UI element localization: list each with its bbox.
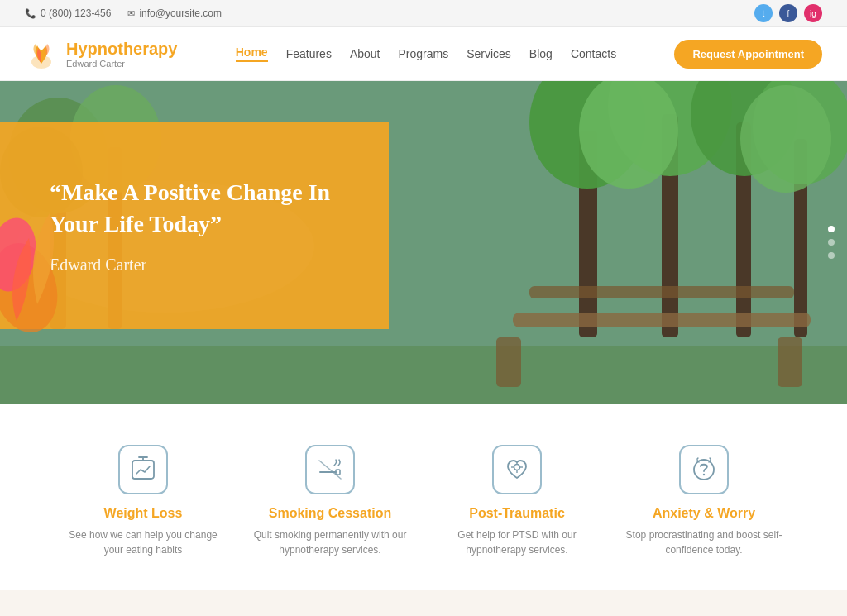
hero-section: “Make A Positive Change In Your Life Tod… xyxy=(0,81,847,404)
svg-rect-20 xyxy=(529,286,794,298)
svg-point-31 xyxy=(514,465,520,470)
nav-programs[interactable]: Programs xyxy=(398,47,448,60)
service-weight-loss-desc: See how we can help you change your eati… xyxy=(60,528,226,557)
svg-point-37 xyxy=(703,474,705,475)
email-address: info@yoursite.com xyxy=(139,7,222,19)
phone-number: 0 (800) 123-456 xyxy=(41,7,111,19)
svg-point-17 xyxy=(740,85,831,193)
instagram-icon[interactable]: ig xyxy=(804,4,822,22)
phone-contact: 0 (800) 123-456 xyxy=(25,7,111,19)
logo[interactable]: Hypnotherapy Edward Carter xyxy=(25,37,177,70)
facebook-icon[interactable]: f xyxy=(779,4,797,22)
logo-icon xyxy=(25,37,58,70)
service-anxiety: Anxiety & Worry Stop procrastinating and… xyxy=(621,445,787,557)
nav-about[interactable]: About xyxy=(350,47,380,60)
top-bar: 0 (800) 123-456 info@yoursite.com t f ig xyxy=(0,0,847,27)
services-section: Weight Loss See how we can help you chan… xyxy=(0,404,847,590)
nav-features[interactable]: Features xyxy=(286,47,332,60)
nav-contacts[interactable]: Contacts xyxy=(571,47,616,60)
main-nav: Home Features About Programs Services Bl… xyxy=(236,45,616,62)
service-ptsd-title: Post-Traumatic xyxy=(469,506,565,521)
ptsd-icon xyxy=(492,445,542,494)
smoking-cessation-icon xyxy=(305,445,355,494)
slider-dots xyxy=(828,226,835,259)
bottom-section: Hello! I'm Edward xyxy=(0,590,847,616)
svg-rect-21 xyxy=(496,337,521,387)
service-ptsd: Post-Traumatic Get help for PTSD with ou… xyxy=(434,445,600,557)
logo-text: Hypnotherapy Edward Carter xyxy=(66,40,177,69)
service-ptsd-desc: Get help for PTSD with our hypnotherapy … xyxy=(434,528,600,557)
hero-content-box: “Make A Positive Change In Your Life Tod… xyxy=(0,122,389,329)
nav-blog[interactable]: Blog xyxy=(529,47,553,60)
anxiety-icon xyxy=(679,445,729,494)
svg-rect-29 xyxy=(336,470,340,475)
service-anxiety-desc: Stop procrastinating and boost self-conf… xyxy=(621,528,787,557)
service-anxiety-title: Anxiety & Worry xyxy=(653,506,755,521)
svg-rect-22 xyxy=(778,337,802,387)
nav-home[interactable]: Home xyxy=(236,45,268,62)
svg-rect-25 xyxy=(132,461,154,479)
service-smoking: Smoking Cessation Quit smoking permanent… xyxy=(247,445,413,557)
service-smoking-title: Smoking Cessation xyxy=(269,506,391,521)
svg-rect-18 xyxy=(0,346,847,404)
slider-dot-1[interactable] xyxy=(828,226,835,232)
header: Hypnotherapy Edward Carter Home Features… xyxy=(0,27,847,81)
email-contact: info@yoursite.com xyxy=(127,7,222,19)
request-appointment-button[interactable]: Request Appointment xyxy=(674,40,822,69)
service-weight-loss: Weight Loss See how we can help you chan… xyxy=(60,445,226,557)
email-icon xyxy=(127,7,135,19)
logo-title: Hypnotherapy xyxy=(66,40,177,59)
svg-rect-19 xyxy=(513,313,811,327)
logo-subtitle: Edward Carter xyxy=(66,59,177,69)
service-smoking-desc: Quit smoking permanently with our hypnot… xyxy=(247,528,413,557)
floral-decoration xyxy=(0,155,99,329)
social-links: t f ig xyxy=(754,4,822,22)
nav-services[interactable]: Services xyxy=(467,47,511,60)
slider-dot-2[interactable] xyxy=(828,239,835,246)
phone-icon xyxy=(25,7,36,19)
slider-dot-3[interactable] xyxy=(828,252,835,259)
weight-loss-icon xyxy=(118,445,168,494)
service-weight-loss-title: Weight Loss xyxy=(104,506,183,521)
twitter-icon[interactable]: t xyxy=(754,4,773,22)
top-bar-left: 0 (800) 123-456 info@yoursite.com xyxy=(25,7,222,19)
